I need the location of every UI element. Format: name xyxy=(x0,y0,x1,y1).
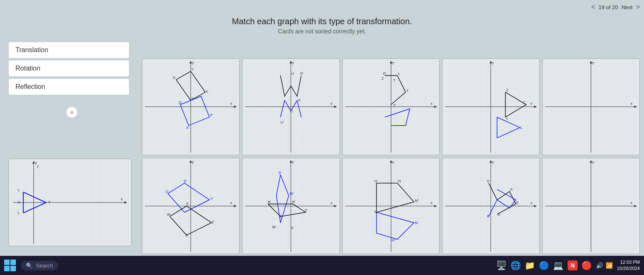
graph-card-bottom-left[interactable]: x y L S L T y xyxy=(8,159,131,246)
svg-text:x: x xyxy=(530,200,533,204)
svg-text:y: y xyxy=(192,61,194,65)
svg-text:Y': Y' xyxy=(210,196,214,200)
svg-text:y: y xyxy=(492,159,494,164)
svg-text:H: H xyxy=(374,179,377,183)
svg-text:M': M' xyxy=(414,198,418,202)
wifi-icon: 🔊 xyxy=(596,262,603,269)
svg-text:K: K xyxy=(510,187,513,191)
svg-text:L: L xyxy=(398,71,400,76)
graph-card-9[interactable]: x y K K E E K xyxy=(442,158,540,255)
svg-text:E: E xyxy=(516,200,519,204)
svg-text:R: R xyxy=(268,199,271,204)
taskbar-app-icon-5[interactable]: 💻 xyxy=(553,260,563,270)
svg-text:F': F' xyxy=(210,113,213,117)
svg-text:x: x xyxy=(330,101,332,106)
sidebar-item-translation[interactable]: Translation xyxy=(8,42,129,58)
svg-text:y': y' xyxy=(212,219,215,223)
svg-text:y: y xyxy=(37,164,39,168)
svg-text:y: y xyxy=(392,159,394,164)
svg-text:Z': Z' xyxy=(305,208,308,212)
svg-text:C: C xyxy=(523,101,526,105)
svg-text:R': R' xyxy=(292,199,295,204)
main-title-area: Match each graph with its type of transf… xyxy=(232,17,412,35)
sidebar: Translation Rotation Reflection xyxy=(8,42,129,95)
svg-text:S': S' xyxy=(278,170,282,174)
svg-text:K: K xyxy=(487,179,490,183)
taskbar-app-icon-3[interactable]: 📁 xyxy=(525,260,535,270)
svg-text:x: x xyxy=(430,101,432,106)
taskbar-app-icon-1[interactable]: 🖥️ xyxy=(497,260,507,270)
question-subtitle: Cards are not sorted correctly yet. xyxy=(232,28,412,35)
taskbar-app-icon-4[interactable]: 🔵 xyxy=(539,260,549,270)
svg-text:y: y xyxy=(192,159,194,164)
svg-text:x: x xyxy=(530,101,533,106)
search-label[interactable]: Search xyxy=(36,262,53,269)
svg-text:L: L xyxy=(18,211,20,215)
collapse-button[interactable]: ∧ xyxy=(66,106,78,118)
svg-text:X': X' xyxy=(186,126,189,130)
svg-text:x: x xyxy=(330,200,332,204)
svg-text:E: E xyxy=(498,212,500,216)
svg-text:U': U' xyxy=(165,189,169,193)
svg-text:W: W xyxy=(272,225,276,229)
svg-text:U': U' xyxy=(280,120,284,124)
svg-text:y: y xyxy=(592,61,594,65)
svg-text:y: y xyxy=(592,159,594,164)
svg-text:W': W' xyxy=(290,191,294,195)
graph-card-7[interactable]: x y S' W' R Z Z' R' W S xyxy=(242,158,340,255)
sidebar-item-reflection[interactable]: Reflection xyxy=(8,78,129,95)
svg-text:S: S xyxy=(18,200,20,204)
next-button[interactable]: Next xyxy=(621,4,633,10)
svg-text:K: K xyxy=(298,98,301,102)
taskbar-app-icon-6[interactable]: N xyxy=(568,260,578,270)
graph-card-6[interactable]: x y U' S' Y' W S S y' xyxy=(142,158,240,255)
taskbar-app-icon-2[interactable]: 🌐 xyxy=(511,260,521,270)
svg-text:L: L xyxy=(520,126,523,130)
graph-card-1[interactable]: x y D Y F X D' F' X' xyxy=(142,58,240,155)
graph-card-10[interactable]: x y xyxy=(542,158,640,255)
clock-time: 12:03 PM xyxy=(617,259,640,265)
taskbar: 🔍 Search 🖥️ 🌐 📁 🔵 💻 N 🔴 🔊 📶 12:03 PM 10/… xyxy=(0,256,644,275)
svg-text:N: N xyxy=(374,209,377,214)
question-title: Match each graph with its type of transf… xyxy=(232,17,412,26)
svg-text:K': K' xyxy=(301,71,304,76)
volume-icon: 📶 xyxy=(606,262,613,269)
prev-arrow[interactable]: < xyxy=(591,3,595,11)
search-icon: 🔍 xyxy=(26,262,33,269)
svg-text:y: y xyxy=(292,159,294,164)
svg-text:K: K xyxy=(487,214,490,218)
svg-text:S: S xyxy=(186,201,189,205)
svg-text:S: S xyxy=(291,225,293,230)
sidebar-item-rotation[interactable]: Rotation xyxy=(8,60,129,77)
graph-cards-area: x y D Y F X D' F' X' xyxy=(142,58,640,254)
svg-text:Z: Z xyxy=(280,214,282,218)
graph-card-5[interactable]: x y xyxy=(542,58,640,155)
svg-text:x: x xyxy=(121,197,123,201)
start-button[interactable] xyxy=(4,260,16,271)
clock-date: 10/20/2024 xyxy=(617,265,640,272)
svg-text:y: y xyxy=(392,61,394,65)
svg-text:F: F xyxy=(206,90,209,94)
taskbar-app-icon-7[interactable]: 🔴 xyxy=(582,260,592,270)
graph-card-3[interactable]: x y E' L Z T T Z' xyxy=(342,58,440,155)
svg-text:X: X xyxy=(191,96,194,101)
graph-card-8[interactable]: x y H N M' N M H' xyxy=(342,158,440,255)
svg-text:C: C xyxy=(290,109,293,113)
svg-text:Z: Z xyxy=(506,88,509,92)
svg-text:T: T xyxy=(48,200,51,204)
graph-card-4[interactable]: x y Z C L L xyxy=(442,58,540,155)
svg-text:x: x xyxy=(230,200,232,204)
next-arrow-icon[interactable]: > xyxy=(636,3,640,11)
taskbar-search[interactable]: 🔍 Search xyxy=(21,261,58,270)
top-navigation: < 19 of 20 Next > xyxy=(591,3,640,11)
taskbar-icons: 🖥️ 🌐 📁 🔵 💻 N 🔴 🔊 📶 12:03 PM 10/20/2024 xyxy=(497,259,640,272)
graph-card-2[interactable]: x y U K' C K U' xyxy=(242,58,340,155)
svg-text:T: T xyxy=(393,78,395,83)
svg-text:M: M xyxy=(414,220,417,225)
svg-text:E': E' xyxy=(383,71,386,76)
svg-text:y: y xyxy=(492,61,494,65)
svg-text:D': D' xyxy=(179,101,182,105)
svg-text:y: y xyxy=(292,61,294,65)
svg-text:x: x xyxy=(430,200,432,204)
svg-text:T: T xyxy=(406,89,409,93)
